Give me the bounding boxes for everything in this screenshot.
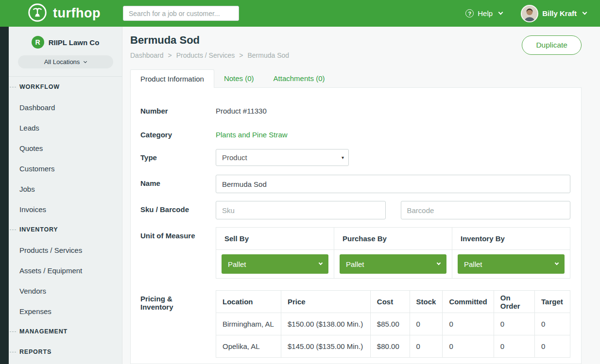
section-label: REPORTS — [19, 348, 51, 355]
target-header: Target — [535, 291, 570, 313]
help-icon: ? — [465, 9, 474, 17]
sidebar-item-invoices[interactable]: Invoices — [9, 199, 122, 219]
price-cell: $150.00 ($138.00 Min.) — [281, 313, 371, 335]
search-input[interactable] — [123, 6, 239, 21]
sidebar-section-inventory: INVENTORY — [9, 219, 122, 240]
type-select-value: Product — [222, 153, 247, 162]
breadcrumb-dashboard[interactable]: Dashboard — [130, 51, 164, 59]
inventory-by-value: Pallet — [464, 260, 482, 268]
number-label: Number — [140, 102, 216, 115]
price-cell: $145.00 ($135.00 Min.) — [281, 335, 371, 358]
name-label: Name — [140, 175, 216, 187]
category-row: Category Plants and Pine Straw — [140, 126, 570, 139]
company-name: RIIPL Lawn Co — [49, 38, 100, 47]
stock-cell: 0 — [410, 335, 443, 358]
number-row: Number Product #11330 — [140, 102, 570, 116]
barcode-input[interactable] — [401, 201, 571, 219]
category-link[interactable]: Plants and Pine Straw — [216, 126, 288, 139]
product-number: Product #11330 — [216, 102, 267, 115]
type-label: Type — [140, 149, 216, 162]
breadcrumb-current: Bermuda Sod — [247, 51, 289, 59]
purchase-by-select[interactable]: Pallet — [340, 254, 446, 274]
breadcrumb: Dashboard > Products / Services > Bermud… — [130, 51, 289, 59]
tab-bar: Product Information Notes (0) Attachment… — [130, 69, 582, 87]
location-header: Location — [216, 291, 281, 313]
duplicate-button[interactable]: Duplicate — [522, 35, 582, 55]
location-link[interactable]: Opelika, AL — [216, 335, 281, 358]
name-input[interactable] — [216, 175, 570, 193]
user-name: Billy Kraft — [542, 9, 577, 17]
price-header: Price — [281, 291, 371, 313]
pricing-table: Location Price Cost Stock Committed On O… — [216, 290, 570, 358]
tab-attachments[interactable]: Attachments (0) — [264, 69, 335, 87]
type-select[interactable]: Product ▾ — [216, 149, 349, 166]
section-label: WORKFLOW — [19, 83, 60, 90]
sidebar-item-jobs[interactable]: Jobs — [9, 179, 122, 199]
committed-cell: 0 — [443, 313, 494, 335]
unit-of-measure-table: Sell By Purchase By Inventory By Pallet — [216, 227, 570, 279]
help-menu[interactable]: ? Help — [465, 9, 502, 17]
page-header: Bermuda Sod Dashboard > Products / Servi… — [130, 27, 582, 59]
product-information-panel: Number Product #11330 Category Plants an… — [130, 87, 582, 364]
sidebar-item-customers[interactable]: Customers — [9, 158, 122, 179]
sidebar-item-expenses[interactable]: Expenses — [9, 301, 122, 321]
company-header: R RIIPL Lawn Co — [9, 27, 122, 49]
section-label: INVENTORY — [19, 226, 58, 233]
sku-barcode-row: Sku / Barcode — [140, 201, 570, 219]
chevron-down-icon — [84, 60, 87, 63]
locations-label: All Locations — [44, 58, 80, 66]
target-cell: 0 — [535, 335, 570, 358]
left-edge-strip — [0, 27, 9, 364]
sidebar-item-leads[interactable]: Leads — [9, 117, 122, 138]
tree-dash-icon — [10, 87, 16, 87]
pricing-header-row: Location Price Cost Stock Committed On O… — [216, 291, 570, 313]
sidebar-item-products-services[interactable]: Products / Services — [9, 240, 122, 260]
purchase-by-header: Purchase By — [334, 228, 452, 250]
sell-by-select[interactable]: Pallet — [222, 254, 328, 274]
on-order-header: On Order — [494, 291, 534, 313]
stock-cell: 0 — [410, 313, 443, 335]
unit-of-measure-row: Unit of Measure Sell By Purchase By Inve… — [140, 227, 570, 279]
on-order-cell: 0 — [494, 335, 534, 358]
on-order-cell: 0 — [494, 313, 534, 335]
tree-dash-icon — [10, 352, 16, 352]
brand[interactable]: turfhop — [28, 0, 101, 27]
avatar — [521, 5, 538, 22]
locations-dropdown[interactable]: All Locations — [18, 55, 113, 68]
purchase-by-value: Pallet — [346, 260, 364, 268]
page-title: Bermuda Sod — [130, 34, 289, 47]
target-cell: 0 — [535, 313, 570, 335]
topbar-right: ? Help Billy Kraft — [465, 0, 586, 27]
help-label: Help — [478, 9, 493, 17]
breadcrumb-products-services[interactable]: Products / Services — [176, 51, 235, 59]
global-search — [123, 6, 239, 21]
tab-notes[interactable]: Notes (0) — [214, 69, 264, 87]
sidebar: R RIIPL Lawn Co All Locations WORKFLOW D… — [9, 27, 122, 364]
sidebar-item-assets-equipment[interactable]: Assets / Equipment — [9, 260, 122, 281]
chevron-down-icon — [319, 261, 323, 265]
tab-product-information[interactable]: Product Information — [130, 69, 214, 88]
tree-dash-icon — [10, 331, 16, 332]
pricing-inventory-row: Pricing & Inventory Location Price Cost … — [140, 290, 570, 358]
select-arrow-icon: ▾ — [342, 155, 344, 160]
main-content: Bermuda Sod Dashboard > Products / Servi… — [122, 27, 600, 364]
sidebar-item-vendors[interactable]: Vendors — [9, 281, 122, 301]
pricing-row-opelika: Opelika, AL $145.00 ($135.00 Min.) $80.0… — [216, 335, 570, 358]
breadcrumb-separator: > — [168, 51, 172, 59]
chevron-down-icon — [583, 10, 587, 15]
pricing-inventory-label: Pricing & Inventory — [140, 290, 216, 311]
company-logo-badge: R — [32, 36, 44, 49]
user-menu[interactable]: Billy Kraft — [521, 5, 586, 22]
chevron-down-icon — [437, 261, 441, 265]
sidebar-item-dashboard[interactable]: Dashboard — [9, 97, 122, 117]
pricing-row-birmingham: Birmingham, AL $150.00 ($138.00 Min.) $8… — [216, 313, 570, 335]
brand-name: turfhop — [53, 6, 101, 21]
location-link[interactable]: Birmingham, AL — [216, 313, 281, 335]
committed-header: Committed — [443, 291, 494, 313]
inventory-by-select[interactable]: Pallet — [458, 254, 565, 274]
chevron-down-icon — [498, 10, 503, 15]
sidebar-section-management[interactable]: MANAGEMENT — [9, 321, 122, 342]
sidebar-section-reports[interactable]: REPORTS — [9, 342, 122, 362]
sku-input[interactable] — [216, 201, 386, 219]
sidebar-item-quotes[interactable]: Quotes — [9, 138, 122, 158]
